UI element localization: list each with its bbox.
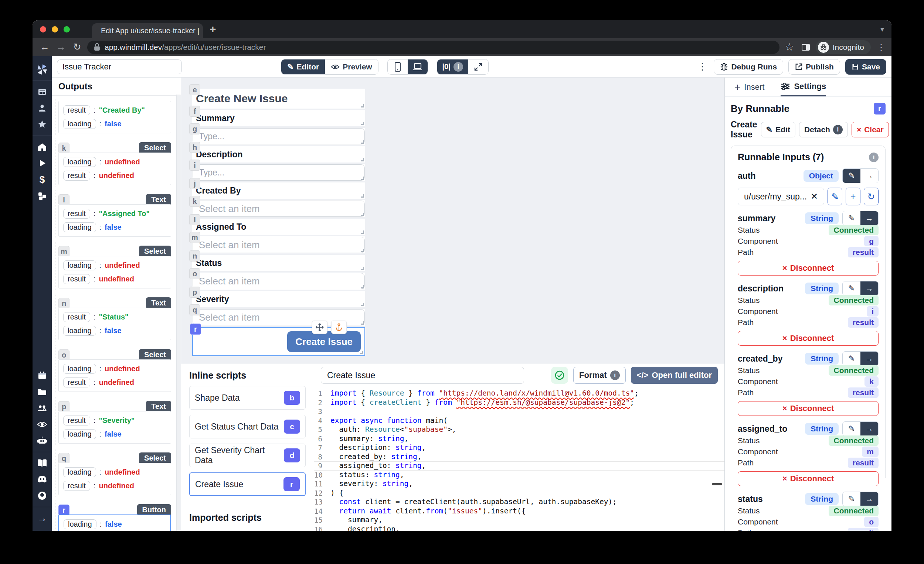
editor-tab[interactable]: ✎Editor bbox=[281, 60, 325, 74]
canvas-component-f[interactable]: fSummary bbox=[192, 110, 365, 126]
folders-icon[interactable] bbox=[33, 384, 52, 400]
browser-menu-icon[interactable]: ⋮ bbox=[877, 42, 885, 52]
resize-handle[interactable] bbox=[361, 104, 364, 108]
output-component-id[interactable]: l bbox=[58, 194, 69, 205]
output-component-id[interactable]: p bbox=[58, 401, 69, 412]
tab-list-chevron-icon[interactable]: ▾ bbox=[880, 25, 884, 34]
static-mode-icon[interactable]: ✎ bbox=[843, 422, 860, 436]
minimize-window-button[interactable] bbox=[52, 26, 58, 33]
output-row[interactable]: loading:false bbox=[63, 118, 166, 129]
back-icon[interactable]: ← bbox=[39, 41, 51, 53]
tab-settings[interactable]: Settings bbox=[781, 78, 826, 96]
output-row[interactable]: result:undefined bbox=[63, 480, 166, 491]
output-row[interactable]: loading:false bbox=[63, 429, 166, 440]
output-component-id[interactable]: m bbox=[58, 246, 69, 257]
disconnect-button[interactable]: ×Disconnect bbox=[738, 261, 879, 275]
save-button[interactable]: Save bbox=[845, 59, 886, 75]
preview-tab[interactable]: Preview bbox=[325, 60, 378, 74]
canvas-component-p[interactable]: pSeverity bbox=[192, 291, 365, 307]
output-row[interactable]: loading:undefined bbox=[63, 157, 166, 167]
apps-icon[interactable] bbox=[33, 84, 52, 100]
edit-resource-button[interactable]: ✎ bbox=[828, 188, 842, 205]
static-mode-icon[interactable]: ✎ bbox=[843, 281, 860, 295]
format-button[interactable]: Formati bbox=[573, 367, 626, 384]
collapse-sidebar-icon[interactable]: → bbox=[33, 510, 52, 526]
code-line[interactable]: 10 status: string, bbox=[314, 471, 724, 480]
code-line[interactable]: 13 const client = createClient(auth.supa… bbox=[314, 498, 724, 507]
text-input[interactable]: Type... bbox=[192, 165, 365, 181]
canvas-component-l[interactable]: lAssigned To bbox=[192, 218, 365, 235]
connect-mode-icon[interactable]: → bbox=[860, 492, 878, 506]
output-row[interactable]: result:undefined bbox=[63, 377, 166, 388]
code-line[interactable]: 8 created_by: string, bbox=[314, 452, 724, 462]
close-window-button[interactable] bbox=[40, 26, 46, 33]
code-line[interactable]: 5 auth: Resource<"supabase">, bbox=[314, 425, 724, 434]
output-row[interactable]: result:undefined bbox=[63, 170, 166, 181]
output-component-id[interactable]: k bbox=[58, 142, 69, 154]
code-line[interactable]: 3 bbox=[314, 407, 724, 416]
resize-handle[interactable] bbox=[361, 122, 364, 125]
output-row[interactable]: loading:undefined bbox=[63, 467, 166, 477]
more-menu-icon[interactable]: ⋮ bbox=[698, 61, 707, 72]
resources-icon[interactable] bbox=[33, 188, 52, 204]
variables-icon[interactable]: $ bbox=[33, 171, 52, 188]
forward-icon[interactable]: → bbox=[55, 41, 67, 53]
debug-runs-button[interactable]: Debug Runs bbox=[714, 59, 783, 75]
refresh-resource-button[interactable]: ↻ bbox=[864, 188, 879, 205]
code-line[interactable]: 14 return await client.from("issues").in… bbox=[314, 507, 724, 516]
canvas-component-r[interactable]: rCreate Issue bbox=[192, 327, 365, 356]
script-name-input[interactable]: Create Issue bbox=[321, 367, 524, 384]
github-icon[interactable] bbox=[33, 488, 52, 504]
connect-mode-icon[interactable]: → bbox=[860, 211, 878, 225]
add-resource-button[interactable]: + bbox=[846, 188, 860, 205]
reload-icon[interactable]: ↻ bbox=[71, 41, 84, 53]
output-row[interactable]: result:"Severity" bbox=[63, 415, 166, 426]
resize-handle[interactable] bbox=[361, 158, 364, 162]
resize-handle[interactable] bbox=[361, 267, 364, 270]
canvas-component-j[interactable]: jCreated By bbox=[192, 183, 365, 199]
discord-icon[interactable] bbox=[33, 471, 52, 488]
resize-handle[interactable] bbox=[361, 177, 364, 180]
output-row[interactable]: loading:undefined bbox=[63, 260, 166, 271]
zoom-window-button[interactable] bbox=[64, 26, 70, 33]
canvas-component-g[interactable]: gType... bbox=[192, 128, 365, 145]
inline-script-item[interactable]: Create Issuer bbox=[189, 473, 306, 496]
side-panel-icon[interactable] bbox=[802, 44, 810, 51]
canvas-component-o[interactable]: oSelect an item bbox=[192, 272, 365, 290]
app-name-input[interactable]: Issue Tracker bbox=[57, 60, 182, 74]
disconnect-button[interactable]: ×Disconnect bbox=[738, 471, 879, 486]
select-input[interactable]: Select an item bbox=[192, 237, 365, 253]
anchor-icon[interactable] bbox=[331, 320, 346, 334]
address-bar[interactable]: app.windmill.dev/apps/edit/u/user/issue-… bbox=[87, 40, 780, 54]
resource-picker[interactable]: u/user/my_sup...✕ bbox=[738, 188, 824, 205]
output-component-id[interactable]: n bbox=[58, 298, 69, 309]
resize-handle[interactable] bbox=[361, 321, 364, 325]
static-mode-icon[interactable]: ✎ bbox=[843, 169, 860, 183]
desktop-icon[interactable] bbox=[408, 60, 428, 74]
create-issue-button[interactable]: Create Issue bbox=[287, 331, 361, 352]
outputs-scrollbar[interactable] bbox=[176, 94, 181, 531]
resize-handle[interactable] bbox=[361, 141, 364, 144]
app-canvas[interactable]: eCreate New IssuefSummarygType...hDescri… bbox=[181, 78, 724, 364]
user-icon[interactable] bbox=[33, 100, 52, 116]
text-input[interactable]: Type... bbox=[192, 128, 365, 144]
static-mode-icon[interactable]: ✎ bbox=[843, 492, 860, 506]
connect-mode-icon[interactable]: → bbox=[860, 281, 878, 295]
resize-handle[interactable] bbox=[360, 351, 363, 354]
output-row[interactable]: loading:undefined bbox=[63, 364, 166, 374]
tab-insert[interactable]: +Insert bbox=[734, 78, 764, 96]
canvas-component-h[interactable]: hDescription bbox=[192, 146, 365, 163]
detach-button[interactable]: Detachi bbox=[799, 122, 848, 138]
output-component-id[interactable]: q bbox=[58, 453, 69, 464]
connect-mode-icon[interactable]: → bbox=[860, 352, 878, 366]
window-controls[interactable] bbox=[33, 26, 77, 33]
code-line[interactable]: 7 description: string, bbox=[314, 443, 724, 452]
fullscreen-icon[interactable] bbox=[468, 60, 488, 74]
code-line[interactable]: 12) { bbox=[314, 489, 724, 498]
disconnect-button[interactable]: ×Disconnect bbox=[738, 401, 879, 416]
star-icon[interactable] bbox=[33, 116, 52, 133]
canvas-component-m[interactable]: mSelect an item bbox=[192, 236, 365, 253]
output-row[interactable]: loading:false bbox=[64, 519, 166, 530]
ai-robot-icon[interactable] bbox=[33, 432, 52, 449]
move-icon[interactable] bbox=[312, 320, 327, 334]
